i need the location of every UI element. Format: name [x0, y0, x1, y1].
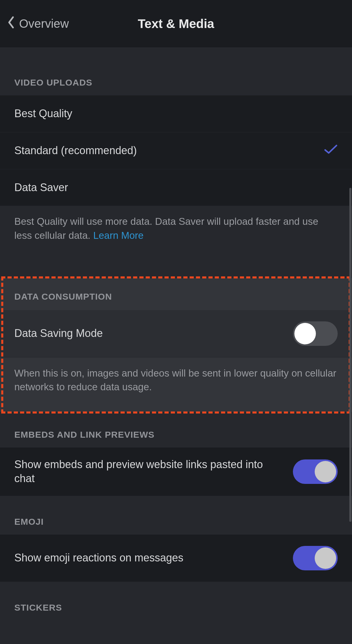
chevron-left-icon	[7, 16, 15, 32]
toggle-label: Show embeds and preview website links pa…	[14, 458, 293, 486]
video-uploads-footer: Best Quality will use more data. Data Sa…	[0, 206, 352, 245]
toggle-data-saving-mode[interactable]	[293, 321, 338, 346]
header-bar: Overview Text & Media	[0, 0, 352, 48]
option-data-saver[interactable]: Data Saver	[0, 169, 352, 206]
scrollbar[interactable]	[349, 188, 351, 522]
option-label: Best Quality	[14, 107, 338, 121]
checkmark-icon	[324, 144, 338, 157]
toggle-row-data-saving[interactable]: Data Saving Mode	[0, 310, 352, 357]
option-label: Data Saver	[14, 181, 338, 195]
option-label: Standard (recommended)	[14, 144, 324, 158]
toggle-row-embeds[interactable]: Show embeds and preview website links pa…	[0, 448, 352, 496]
toggle-knob	[294, 323, 316, 344]
section-header-embeds: EMBEDS AND LINK PREVIEWS	[0, 412, 352, 448]
toggle-emoji[interactable]	[293, 546, 338, 570]
section-header-data-consumption: DATA CONSUMPTION	[0, 278, 352, 310]
toggle-row-emoji[interactable]: Show emoji reactions on messages	[0, 535, 352, 582]
video-uploads-group: Best Quality Standard (recommended) Data…	[0, 95, 352, 206]
option-best-quality[interactable]: Best Quality	[0, 95, 352, 132]
learn-more-link[interactable]: Learn More	[93, 230, 144, 241]
toggle-embeds[interactable]	[293, 459, 338, 484]
data-consumption-group: DATA CONSUMPTION Data Saving Mode When t…	[0, 278, 352, 412]
footer-text-content: Best Quality will use more data. Data Sa…	[14, 216, 318, 241]
section-header-stickers: STICKERS	[0, 582, 352, 620]
toggle-label: Show emoji reactions on messages	[14, 551, 293, 565]
toggle-label: Data Saving Mode	[14, 326, 293, 340]
data-consumption-footer: When this is on, images and videos will …	[0, 357, 352, 412]
back-label: Overview	[19, 17, 69, 30]
toggle-knob	[315, 547, 336, 569]
data-consumption-wrapper: DATA CONSUMPTION Data Saving Mode When t…	[0, 278, 352, 412]
back-button[interactable]: Overview	[0, 16, 69, 32]
toggle-knob	[315, 461, 336, 482]
content-area: VIDEO UPLOADS Best Quality Standard (rec…	[0, 48, 352, 644]
section-header-video-uploads: VIDEO UPLOADS	[0, 48, 352, 95]
emoji-group: Show emoji reactions on messages	[0, 535, 352, 582]
settings-screen: Overview Text & Media VIDEO UPLOADS Best…	[0, 0, 352, 644]
spacer	[0, 245, 352, 278]
embeds-group: Show embeds and preview website links pa…	[0, 448, 352, 496]
option-standard[interactable]: Standard (recommended)	[0, 132, 352, 169]
section-header-emoji: EMOJI	[0, 496, 352, 535]
